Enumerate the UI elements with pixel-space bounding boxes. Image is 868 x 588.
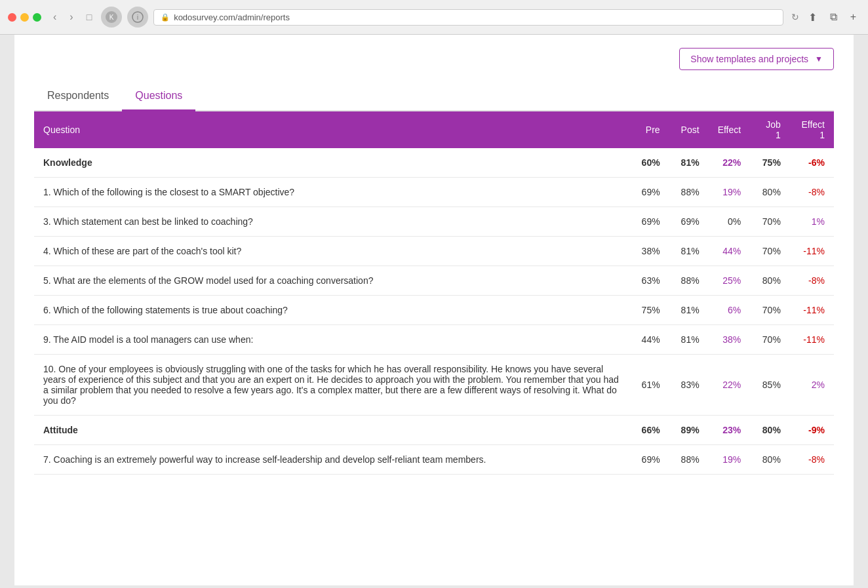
cell-pre: 60% [630, 148, 669, 178]
report-table: Question Pre Post Effect Job 1 Effect 1 … [34, 111, 834, 475]
page-content: Show templates and projects ▼ Respondent… [14, 35, 854, 585]
cell-post: 81% [669, 148, 709, 178]
cell-question: 10. One of your employees is obviously s… [34, 355, 630, 416]
col-header-effect: Effect [709, 111, 751, 148]
cell-effect1: -11% [790, 325, 834, 355]
col-header-pre: Pre [630, 111, 669, 148]
cell-effect: 25% [709, 266, 751, 296]
cell-effect1: -11% [790, 237, 834, 266]
col-header-job1: Job 1 [750, 111, 790, 148]
cell-job1: 80% [750, 416, 790, 445]
col-header-effect1: Effect 1 [790, 111, 834, 148]
cell-effect1: -8% [790, 445, 834, 475]
fullscreen-traffic-light[interactable] [33, 13, 41, 22]
table-header-row: Question Pre Post Effect Job 1 Effect 1 [34, 111, 834, 148]
cell-pre: 69% [630, 207, 669, 237]
cell-job1: 75% [750, 148, 790, 178]
cell-question: 9. The AID model is a tool managers can … [34, 325, 630, 355]
expand-button[interactable]: ⧉ [826, 10, 841, 24]
cell-effect: 0% [709, 207, 751, 237]
minimize-traffic-light[interactable] [20, 13, 29, 22]
tab-questions[interactable]: Questions [122, 83, 195, 111]
tabs: Respondents Questions [34, 83, 834, 111]
table-row: 5. What are the elements of the GROW mod… [34, 266, 834, 296]
back-button[interactable]: ‹ [49, 10, 60, 24]
cell-post: 88% [669, 266, 709, 296]
cell-effect1: -6% [790, 148, 834, 178]
cell-pre: 69% [630, 178, 669, 207]
table-row: 7. Coaching is an extremely powerful way… [34, 445, 834, 475]
cell-effect1: -9% [790, 416, 834, 445]
cell-effect1: 1% [790, 207, 834, 237]
cell-job1: 85% [750, 355, 790, 416]
close-traffic-light[interactable] [8, 13, 16, 22]
cell-pre: 66% [630, 416, 669, 445]
table-row: 6. Which of the following statements is … [34, 296, 834, 325]
cell-effect1: -11% [790, 296, 834, 325]
cell-post: 69% [669, 207, 709, 237]
profile-icon: K [101, 7, 122, 28]
cell-effect1: 2% [790, 355, 834, 416]
cell-post: 83% [669, 355, 709, 416]
url-text: kodosurvey.com/admin/reports [174, 12, 290, 22]
cell-pre: 75% [630, 296, 669, 325]
browser-chrome: ‹ › □ K i 🔒 kodosurvey.com/admin/reports… [0, 0, 868, 35]
cell-effect: 22% [709, 148, 751, 178]
cell-pre: 69% [630, 445, 669, 475]
table-row: 10. One of your employees is obviously s… [34, 355, 834, 416]
cell-effect1: -8% [790, 266, 834, 296]
cell-job1: 70% [750, 237, 790, 266]
cell-pre: 63% [630, 266, 669, 296]
svg-text:K: K [109, 14, 114, 21]
lock-icon: 🔒 [161, 13, 170, 22]
cell-pre: 38% [630, 237, 669, 266]
cell-effect: 19% [709, 178, 751, 207]
traffic-lights [8, 13, 41, 22]
cell-pre: 44% [630, 325, 669, 355]
cell-post: 89% [669, 416, 709, 445]
cell-question: 3. Which statement can best be linked to… [34, 207, 630, 237]
cell-job1: 80% [750, 445, 790, 475]
cell-question: Attitude [34, 416, 630, 445]
cell-pre: 61% [630, 355, 669, 416]
info-icon: i [127, 7, 148, 28]
cell-effect: 44% [709, 237, 751, 266]
cell-question: 4. Which of these are part of the coach'… [34, 237, 630, 266]
col-header-question: Question [34, 111, 630, 148]
table-row: 9. The AID model is a tool managers can … [34, 325, 834, 355]
window-button[interactable]: □ [83, 10, 96, 24]
cell-job1: 70% [750, 207, 790, 237]
reload-button[interactable]: ↻ [791, 12, 799, 22]
add-tab-button[interactable]: + [846, 10, 860, 24]
table-row: 4. Which of these are part of the coach'… [34, 237, 834, 266]
cell-effect: 38% [709, 325, 751, 355]
address-bar[interactable]: 🔒 kodosurvey.com/admin/reports [153, 9, 783, 26]
cell-question: 1. Which of the following is the closest… [34, 178, 630, 207]
cell-job1: 80% [750, 178, 790, 207]
col-header-post: Post [669, 111, 709, 148]
top-bar: Show templates and projects ▼ [34, 48, 834, 70]
tab-respondents[interactable]: Respondents [34, 83, 122, 111]
cell-effect: 22% [709, 355, 751, 416]
forward-button[interactable]: › [66, 10, 77, 24]
svg-text:i: i [137, 13, 138, 21]
share-button[interactable]: ⬆ [804, 10, 821, 25]
table-row: Attitude66%89%23%80%-9% [34, 416, 834, 445]
show-templates-label: Show templates and projects [690, 54, 808, 64]
cell-question: 5. What are the elements of the GROW mod… [34, 266, 630, 296]
chevron-down-icon: ▼ [815, 54, 823, 64]
table-row: 3. Which statement can best be linked to… [34, 207, 834, 237]
cell-question: 7. Coaching is an extremely powerful way… [34, 445, 630, 475]
cell-job1: 70% [750, 296, 790, 325]
cell-job1: 80% [750, 266, 790, 296]
cell-post: 88% [669, 445, 709, 475]
cell-effect: 19% [709, 445, 751, 475]
table-row: Knowledge60%81%22%75%-6% [34, 148, 834, 178]
show-templates-button[interactable]: Show templates and projects ▼ [679, 48, 834, 70]
cell-job1: 70% [750, 325, 790, 355]
cell-effect: 6% [709, 296, 751, 325]
cell-post: 81% [669, 325, 709, 355]
cell-post: 81% [669, 237, 709, 266]
cell-effect1: -8% [790, 178, 834, 207]
table-row: 1. Which of the following is the closest… [34, 178, 834, 207]
